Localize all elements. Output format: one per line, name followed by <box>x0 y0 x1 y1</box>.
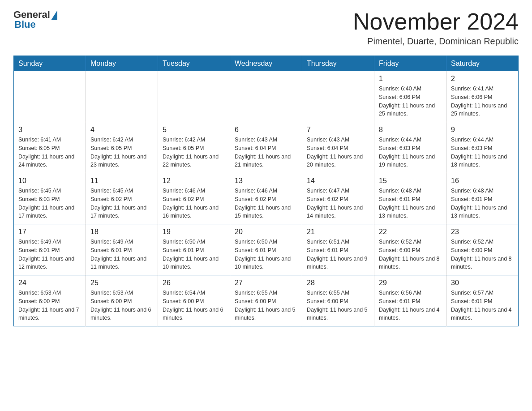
day-number: 7 <box>307 126 369 134</box>
calendar-weekday-header: Monday <box>86 56 158 72</box>
day-number: 21 <box>307 228 369 236</box>
calendar-week-row: 3Sunrise: 6:41 AMSunset: 6:05 PMDaylight… <box>14 122 519 173</box>
calendar-day-cell <box>158 71 230 122</box>
day-number: 10 <box>18 177 81 185</box>
calendar-weekday-header: Friday <box>374 56 446 72</box>
calendar-day-cell: 2Sunrise: 6:41 AMSunset: 6:06 PMDaylight… <box>446 71 519 122</box>
calendar-day-cell <box>230 71 302 122</box>
day-number: 27 <box>235 279 297 287</box>
day-number: 17 <box>18 228 81 236</box>
day-number: 25 <box>90 279 153 287</box>
day-number: 4 <box>90 126 153 134</box>
day-info: Sunrise: 6:42 AMSunset: 6:05 PMDaylight:… <box>163 136 225 169</box>
calendar-day-cell: 30Sunrise: 6:57 AMSunset: 6:01 PMDayligh… <box>446 275 519 326</box>
day-info: Sunrise: 6:47 AMSunset: 6:02 PMDaylight:… <box>307 187 369 220</box>
day-number: 12 <box>163 177 225 185</box>
day-number: 5 <box>163 126 225 134</box>
day-info: Sunrise: 6:56 AMSunset: 6:01 PMDaylight:… <box>379 289 442 322</box>
calendar-weekday-header: Sunday <box>14 56 86 72</box>
calendar-day-cell: 11Sunrise: 6:45 AMSunset: 6:02 PMDayligh… <box>86 173 158 224</box>
day-info: Sunrise: 6:48 AMSunset: 6:01 PMDaylight:… <box>451 187 514 220</box>
day-info: Sunrise: 6:57 AMSunset: 6:01 PMDaylight:… <box>451 289 514 322</box>
page-header: General Blue November 2024 Pimentel, Dua… <box>13 9 519 47</box>
day-number: 28 <box>307 279 369 287</box>
calendar-day-cell: 4Sunrise: 6:42 AMSunset: 6:05 PMDaylight… <box>86 122 158 173</box>
calendar-weekday-header: Tuesday <box>158 56 230 72</box>
day-number: 24 <box>18 279 81 287</box>
calendar-day-cell <box>86 71 158 122</box>
calendar-day-cell: 1Sunrise: 6:40 AMSunset: 6:06 PMDaylight… <box>374 71 446 122</box>
day-info: Sunrise: 6:40 AMSunset: 6:06 PMDaylight:… <box>379 85 442 118</box>
day-number: 19 <box>163 228 225 236</box>
logo-triangle-icon <box>51 10 57 20</box>
day-info: Sunrise: 6:52 AMSunset: 6:00 PMDaylight:… <box>379 238 442 271</box>
day-info: Sunrise: 6:51 AMSunset: 6:01 PMDaylight:… <box>307 238 369 271</box>
calendar-weekday-header: Saturday <box>446 56 519 72</box>
day-number: 14 <box>307 177 369 185</box>
day-number: 13 <box>235 177 297 185</box>
calendar-day-cell: 8Sunrise: 6:44 AMSunset: 6:03 PMDaylight… <box>374 122 446 173</box>
calendar-day-cell: 6Sunrise: 6:43 AMSunset: 6:04 PMDaylight… <box>230 122 302 173</box>
day-info: Sunrise: 6:43 AMSunset: 6:04 PMDaylight:… <box>307 136 369 169</box>
day-number: 30 <box>451 279 514 287</box>
calendar-day-cell: 29Sunrise: 6:56 AMSunset: 6:01 PMDayligh… <box>374 275 446 326</box>
day-info: Sunrise: 6:55 AMSunset: 6:00 PMDaylight:… <box>235 289 297 322</box>
month-title: November 2024 <box>353 9 519 34</box>
day-info: Sunrise: 6:44 AMSunset: 6:03 PMDaylight:… <box>451 136 514 169</box>
calendar-day-cell: 25Sunrise: 6:53 AMSunset: 6:00 PMDayligh… <box>86 275 158 326</box>
calendar-day-cell: 15Sunrise: 6:48 AMSunset: 6:01 PMDayligh… <box>374 173 446 224</box>
calendar-week-row: 17Sunrise: 6:49 AMSunset: 6:01 PMDayligh… <box>14 224 519 275</box>
calendar-day-cell: 17Sunrise: 6:49 AMSunset: 6:01 PMDayligh… <box>14 224 86 275</box>
calendar-day-cell <box>302 71 374 122</box>
calendar-week-row: 24Sunrise: 6:53 AMSunset: 6:00 PMDayligh… <box>14 275 519 326</box>
calendar-day-cell: 5Sunrise: 6:42 AMSunset: 6:05 PMDaylight… <box>158 122 230 173</box>
calendar-header-row: SundayMondayTuesdayWednesdayThursdayFrid… <box>14 56 519 72</box>
day-info: Sunrise: 6:41 AMSunset: 6:06 PMDaylight:… <box>451 85 514 118</box>
day-number: 1 <box>379 75 442 83</box>
calendar-day-cell: 28Sunrise: 6:55 AMSunset: 6:00 PMDayligh… <box>302 275 374 326</box>
day-info: Sunrise: 6:49 AMSunset: 6:01 PMDaylight:… <box>18 238 81 271</box>
day-number: 22 <box>379 228 442 236</box>
calendar-day-cell: 27Sunrise: 6:55 AMSunset: 6:00 PMDayligh… <box>230 275 302 326</box>
calendar-day-cell: 13Sunrise: 6:46 AMSunset: 6:02 PMDayligh… <box>230 173 302 224</box>
day-info: Sunrise: 6:53 AMSunset: 6:00 PMDaylight:… <box>18 289 81 322</box>
day-info: Sunrise: 6:49 AMSunset: 6:01 PMDaylight:… <box>90 238 153 271</box>
day-info: Sunrise: 6:48 AMSunset: 6:01 PMDaylight:… <box>379 187 442 220</box>
calendar-weekday-header: Wednesday <box>230 56 302 72</box>
calendar-day-cell: 3Sunrise: 6:41 AMSunset: 6:05 PMDaylight… <box>14 122 86 173</box>
day-info: Sunrise: 6:52 AMSunset: 6:00 PMDaylight:… <box>451 238 514 271</box>
day-info: Sunrise: 6:46 AMSunset: 6:02 PMDaylight:… <box>235 187 297 220</box>
calendar-week-row: 1Sunrise: 6:40 AMSunset: 6:06 PMDaylight… <box>14 71 519 122</box>
calendar-day-cell: 9Sunrise: 6:44 AMSunset: 6:03 PMDaylight… <box>446 122 519 173</box>
day-number: 15 <box>379 177 442 185</box>
day-number: 20 <box>235 228 297 236</box>
calendar-day-cell: 24Sunrise: 6:53 AMSunset: 6:00 PMDayligh… <box>14 275 86 326</box>
day-number: 8 <box>379 126 442 134</box>
day-number: 6 <box>235 126 297 134</box>
calendar-day-cell: 21Sunrise: 6:51 AMSunset: 6:01 PMDayligh… <box>302 224 374 275</box>
logo: General Blue <box>13 9 57 30</box>
calendar-day-cell: 23Sunrise: 6:52 AMSunset: 6:00 PMDayligh… <box>446 224 519 275</box>
day-info: Sunrise: 6:54 AMSunset: 6:00 PMDaylight:… <box>163 289 225 322</box>
day-number: 3 <box>18 126 81 134</box>
day-number: 16 <box>451 177 514 185</box>
day-number: 2 <box>451 75 514 83</box>
day-info: Sunrise: 6:45 AMSunset: 6:02 PMDaylight:… <box>90 187 153 220</box>
calendar-day-cell: 12Sunrise: 6:46 AMSunset: 6:02 PMDayligh… <box>158 173 230 224</box>
day-number: 18 <box>90 228 153 236</box>
day-info: Sunrise: 6:43 AMSunset: 6:04 PMDaylight:… <box>235 136 297 169</box>
day-number: 11 <box>90 177 153 185</box>
title-block: November 2024 Pimentel, Duarte, Dominica… <box>353 9 519 47</box>
day-info: Sunrise: 6:42 AMSunset: 6:05 PMDaylight:… <box>90 136 153 169</box>
day-info: Sunrise: 6:45 AMSunset: 6:03 PMDaylight:… <box>18 187 81 220</box>
calendar-day-cell: 14Sunrise: 6:47 AMSunset: 6:02 PMDayligh… <box>302 173 374 224</box>
calendar-day-cell: 18Sunrise: 6:49 AMSunset: 6:01 PMDayligh… <box>86 224 158 275</box>
calendar-day-cell: 20Sunrise: 6:50 AMSunset: 6:01 PMDayligh… <box>230 224 302 275</box>
day-info: Sunrise: 6:55 AMSunset: 6:00 PMDaylight:… <box>307 289 369 322</box>
day-number: 9 <box>451 126 514 134</box>
day-info: Sunrise: 6:53 AMSunset: 6:00 PMDaylight:… <box>90 289 153 322</box>
calendar-week-row: 10Sunrise: 6:45 AMSunset: 6:03 PMDayligh… <box>14 173 519 224</box>
day-info: Sunrise: 6:50 AMSunset: 6:01 PMDaylight:… <box>235 238 297 271</box>
day-number: 26 <box>163 279 225 287</box>
day-number: 29 <box>379 279 442 287</box>
